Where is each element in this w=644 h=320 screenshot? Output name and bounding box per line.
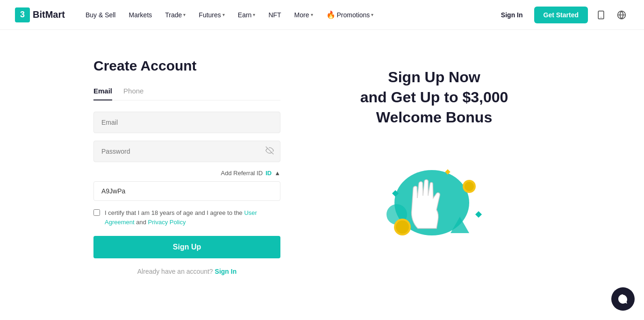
referral-toggle[interactable]: Add Referral ID ID ▲ <box>93 170 280 177</box>
more-chevron: ▾ <box>311 12 313 17</box>
svg-point-11 <box>465 182 474 191</box>
nav-trade[interactable]: Trade ▾ <box>159 7 191 22</box>
svg-rect-0 <box>598 11 604 19</box>
promo-illustration <box>369 142 500 245</box>
promo-line1: Sign Up Now <box>360 67 508 87</box>
navbar-actions: Sign In Get Started <box>495 7 629 23</box>
promotions-chevron: ▾ <box>371 12 373 17</box>
tab-email[interactable]: Email <box>93 87 112 100</box>
logo-text: BitMart <box>33 9 65 20</box>
referral-chevron-icon: ▲ <box>274 170 280 177</box>
signin-button[interactable]: Sign In <box>495 7 529 22</box>
promo-text: Sign Up Now and Get Up to $3,000 Welcome… <box>360 67 508 128</box>
chat-icon <box>617 293 629 305</box>
terms-text: I certify that I am 18 years of age and … <box>105 208 280 227</box>
svg-point-9 <box>396 220 409 234</box>
getstarted-button[interactable]: Get Started <box>534 7 588 23</box>
form-section: Create Account Email Phone Add Referral … <box>93 58 280 275</box>
password-input[interactable] <box>93 141 280 162</box>
password-toggle-icon[interactable] <box>265 146 274 156</box>
nav-promotions[interactable]: 🔥 Promotions ▾ <box>321 7 379 23</box>
tab-phone[interactable]: Phone <box>123 87 143 100</box>
trade-chevron: ▾ <box>183 12 186 17</box>
terms-row: I certify that I am 18 years of age and … <box>93 208 280 227</box>
referral-id-label: ID <box>265 170 272 177</box>
nav-more[interactable]: More ▾ <box>289 7 319 22</box>
main-content: Create Account Email Phone Add Referral … <box>0 30 644 320</box>
privacy-policy-link[interactable]: Privacy Policy <box>148 219 186 226</box>
chat-support-button[interactable] <box>611 287 635 311</box>
nav-futures[interactable]: Futures ▾ <box>193 7 230 22</box>
signin-link[interactable]: Sign In <box>215 268 237 275</box>
flame-icon: 🔥 <box>326 10 336 19</box>
already-account: Already have an account? Sign In <box>93 268 280 275</box>
download-icon-button[interactable] <box>594 7 608 22</box>
promo-line3: Welcome Bonus <box>360 107 508 128</box>
nav-nft[interactable]: NFT <box>263 7 286 22</box>
referral-input[interactable] <box>93 181 280 201</box>
password-wrapper <box>93 141 280 162</box>
welcome-bonus-svg <box>369 142 500 245</box>
download-icon <box>596 10 606 20</box>
form-tabs: Email Phone <box>93 87 280 100</box>
form-title: Create Account <box>93 58 280 74</box>
password-group <box>93 141 280 162</box>
navbar: 3 BitMart Buy & Sell Markets Trade ▾ Fut… <box>0 0 644 30</box>
nav-markets[interactable]: Markets <box>123 7 157 22</box>
promo-line2: and Get Up to $3,000 <box>360 87 508 107</box>
logo-link[interactable]: 3 BitMart <box>15 7 65 22</box>
and-text: and <box>136 219 148 226</box>
svg-rect-13 <box>475 211 482 217</box>
globe-icon <box>617 10 626 20</box>
globe-icon-button[interactable] <box>614 7 629 22</box>
earn-chevron: ▾ <box>253 12 255 17</box>
email-input[interactable] <box>93 112 280 133</box>
nav-earn[interactable]: Earn ▾ <box>232 7 261 22</box>
nav-menu: Buy & Sell Markets Trade ▾ Futures ▾ Ear… <box>80 7 495 23</box>
futures-chevron: ▾ <box>222 12 225 17</box>
promo-section: Sign Up Now and Get Up to $3,000 Welcome… <box>318 58 551 245</box>
terms-checkbox[interactable] <box>93 209 100 216</box>
email-group <box>93 112 280 133</box>
logo-icon: 3 <box>15 7 30 22</box>
signup-button[interactable]: Sign Up <box>93 236 280 258</box>
nav-buy-sell[interactable]: Buy & Sell <box>80 7 122 22</box>
